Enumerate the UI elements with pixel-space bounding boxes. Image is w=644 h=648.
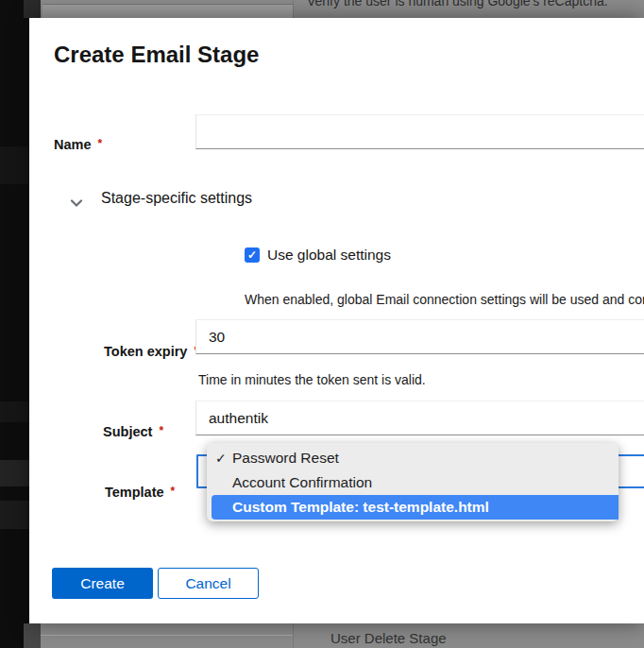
subject-input[interactable] bbox=[195, 401, 644, 435]
menu-item-account-confirmation[interactable]: Account Confirmation bbox=[207, 470, 619, 495]
selected-check-icon: ✓ bbox=[215, 451, 227, 466]
check-icon: ✓ bbox=[247, 249, 257, 261]
section-toggle-label: Stage-specific settings bbox=[101, 190, 252, 207]
background-table-row-bottom: User Delete Stage bbox=[41, 623, 644, 648]
use-global-settings-checkbox[interactable]: ✓ bbox=[245, 247, 260, 263]
background-row-description: Verify the user is human using Google's … bbox=[307, 0, 608, 9]
token-expiry-help: Time in minutes the token sent is valid. bbox=[198, 372, 426, 387]
template-label: Template* bbox=[105, 485, 175, 500]
modal-title: Create Email Stage bbox=[54, 42, 259, 68]
sidebar-item-dimmed bbox=[0, 460, 29, 486]
template-dropdown-menu: ✓ Password Reset Account Confirmation Cu… bbox=[207, 443, 619, 521]
create-button[interactable]: Create bbox=[52, 568, 153, 599]
background-stage-type-text: User Delete Stage bbox=[330, 630, 447, 646]
name-input[interactable] bbox=[195, 114, 644, 149]
stage-specific-settings-toggle[interactable]: Stage-specific settings bbox=[70, 188, 252, 209]
menu-item-custom-template[interactable]: Custom Template: test-template.html bbox=[212, 495, 619, 520]
create-email-stage-modal: Create Email Stage Name* Stage-specific … bbox=[29, 18, 644, 623]
subject-label: Subject* bbox=[103, 424, 163, 439]
required-asterisk: * bbox=[159, 424, 163, 437]
app-sidebar-dimmed bbox=[0, 0, 29, 648]
sidebar-item-dimmed bbox=[0, 146, 29, 184]
background-column-divider bbox=[293, 0, 294, 18]
chevron-down-icon bbox=[70, 195, 83, 203]
page-edge-dimmed bbox=[24, 623, 41, 648]
use-global-settings-row: ✓ Use global settings bbox=[245, 247, 391, 264]
page-edge-dimmed bbox=[24, 0, 41, 18]
sidebar-item-dimmed bbox=[0, 501, 29, 529]
cancel-button[interactable]: Cancel bbox=[158, 568, 259, 599]
use-global-settings-help: When enabled, global Email connection se… bbox=[245, 292, 644, 307]
menu-item-password-reset[interactable]: ✓ Password Reset bbox=[207, 446, 619, 470]
background-cell-border bbox=[41, 635, 293, 636]
required-asterisk: * bbox=[98, 137, 103, 150]
token-expiry-input[interactable] bbox=[195, 319, 644, 354]
background-table-cell bbox=[42, 4, 293, 18]
sidebar-item-dimmed bbox=[0, 401, 29, 422]
token-expiry-label: Token expiry* bbox=[104, 344, 198, 359]
background-column-divider bbox=[293, 623, 294, 648]
use-global-settings-label[interactable]: Use global settings bbox=[267, 247, 391, 264]
name-label: Name* bbox=[54, 137, 102, 152]
required-asterisk: * bbox=[171, 485, 176, 498]
background-table-row-top: Verify the user is human using Google's … bbox=[41, 0, 644, 18]
